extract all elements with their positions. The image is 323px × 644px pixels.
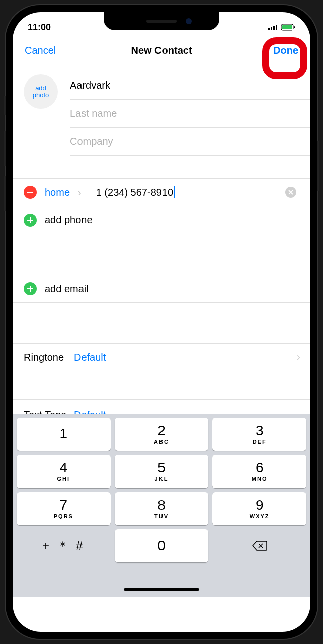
add-photo-label-2: photo [33,92,49,99]
status-icons [268,24,295,31]
key-backspace[interactable] [212,529,306,562]
cancel-button[interactable]: Cancel [25,45,56,56]
svg-rect-5 [282,25,292,29]
volume-down-button [4,176,6,211]
name-fields: Aardvark Last name Company [70,71,310,156]
plus-icon [24,214,37,227]
svg-rect-1 [271,27,272,30]
volume-up-button [4,131,6,166]
signal-icon [268,24,278,30]
section-gap [13,371,310,399]
add-phone-row[interactable]: add phone [13,206,310,234]
ringtone-value: Default [74,352,297,363]
add-photo-button[interactable]: add photo [24,74,58,109]
phone-row: home › 1 (234) 567-8910 [13,178,310,206]
ringtone-row[interactable]: Ringtone Default › [13,343,310,371]
status-time: 11:00 [28,22,51,33]
key-9[interactable]: 9WXYZ [212,492,306,525]
text-tone-label: Text Tone [24,409,74,414]
front-camera [186,18,192,24]
clear-button[interactable] [285,187,296,198]
phone-label-selector[interactable]: home [45,187,75,198]
phone-number-field[interactable]: 1 (234) 567-8910 [96,186,285,198]
key-6[interactable]: 6MNO [212,455,306,488]
key-symbols[interactable]: + ＊ # [17,529,111,562]
page-title: New Contact [131,45,192,56]
battery-icon [281,24,295,31]
section-gap [13,156,310,178]
add-phone-label: add phone [45,214,93,226]
speaker [146,20,177,23]
svg-rect-2 [273,26,275,30]
phone-number-value: 1 (234) 567-8910 [96,187,173,198]
key-4[interactable]: 4GHI [17,455,111,488]
key-0[interactable]: 0 [115,529,209,562]
x-icon [288,190,293,195]
first-name-field[interactable]: Aardvark [70,71,310,100]
section-gap [13,234,310,275]
section-gap [13,303,310,343]
company-field[interactable]: Company [70,128,310,156]
power-button [317,141,319,191]
chevron-right-icon: › [297,351,300,364]
notch [104,12,219,30]
add-email-label: add email [45,283,89,295]
done-button[interactable]: Done [273,45,298,56]
plus-icon [24,282,37,295]
key-2[interactable]: 2ABC [115,418,209,451]
text-tone-row[interactable]: Text Tone Default [13,399,310,414]
svg-rect-6 [294,26,295,28]
backspace-icon [252,540,267,551]
key-8[interactable]: 8TUV [115,492,209,525]
home-indicator-area [13,567,310,597]
text-tone-value: Default [74,409,310,414]
nav-bar: Cancel New Contact Done [13,36,310,64]
last-name-field[interactable]: Last name [70,100,310,128]
key-7[interactable]: 7PQRS [17,492,111,525]
chevron-right-icon: › [78,187,82,198]
content-area: add photo Aardvark Last name Company hom… [13,64,310,414]
add-photo-label-1: add [35,85,46,92]
key-1[interactable]: 1 [17,418,111,451]
svg-rect-3 [276,25,277,30]
side-button [4,96,6,115]
text-cursor [174,186,175,198]
ringtone-label: Ringtone [24,352,74,363]
remove-phone-button[interactable] [24,186,37,199]
key-5[interactable]: 5JKL [115,455,209,488]
home-indicator[interactable] [124,588,199,591]
screen: 11:00 Cancel New Contact Done add photo … [13,12,310,632]
key-3[interactable]: 3DEF [212,418,306,451]
name-section: add photo Aardvark Last name Company [13,64,310,156]
numeric-keypad: 1 2ABC 3DEF 4GHI 5JKL 6MNO 7PQRS 8TUV 9W… [13,414,310,567]
svg-rect-0 [268,28,270,30]
divider [88,179,88,206]
add-email-row[interactable]: add email [13,275,310,303]
phone-frame: 11:00 Cancel New Contact Done add photo … [6,5,317,639]
